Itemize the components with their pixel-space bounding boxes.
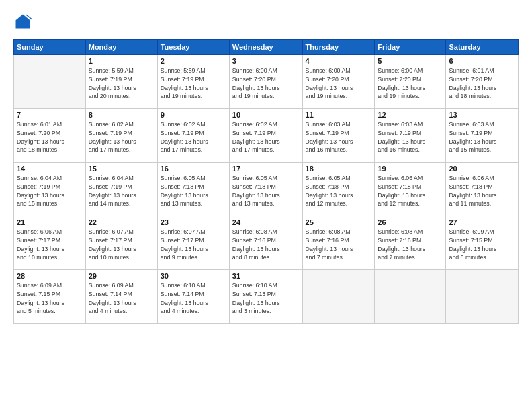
day-number: 19	[378, 165, 443, 173]
page: SundayMondayTuesdayWednesdayThursdayFrid…	[0, 0, 532, 411]
day-info: Sunrise: 6:09 AMSunset: 7:14 PMDaylight:…	[89, 281, 154, 316]
weekday-header: Saturday	[446, 40, 519, 55]
day-number: 4	[306, 57, 372, 65]
weekday-header: Tuesday	[157, 40, 229, 55]
day-number: 25	[306, 218, 372, 226]
day-info: Sunrise: 6:07 AMSunset: 7:17 PMDaylight:…	[161, 228, 226, 262]
calendar-cell	[14, 55, 86, 109]
calendar-cell: 30Sunrise: 6:10 AMSunset: 7:14 PMDayligh…	[157, 270, 229, 324]
day-info: Sunrise: 5:59 AMSunset: 7:19 PMDaylight:…	[89, 66, 154, 101]
day-info: Sunrise: 6:04 AMSunset: 7:19 PMDaylight:…	[17, 174, 83, 208]
day-number: 11	[306, 111, 372, 119]
calendar-cell	[375, 270, 446, 324]
day-info: Sunrise: 6:01 AMSunset: 7:20 PMDaylight:…	[17, 120, 83, 154]
day-number: 23	[161, 218, 226, 226]
day-info: Sunrise: 6:00 AMSunset: 7:20 PMDaylight:…	[378, 66, 443, 101]
calendar-cell: 14Sunrise: 6:04 AMSunset: 7:19 PMDayligh…	[14, 163, 86, 216]
day-info: Sunrise: 6:06 AMSunset: 7:18 PMDaylight:…	[378, 174, 443, 208]
calendar-week-row: 7Sunrise: 6:01 AMSunset: 7:20 PMDaylight…	[14, 109, 519, 163]
day-info: Sunrise: 6:03 AMSunset: 7:19 PMDaylight:…	[378, 120, 443, 154]
day-number: 27	[449, 218, 515, 226]
calendar-cell: 28Sunrise: 6:09 AMSunset: 7:15 PMDayligh…	[14, 270, 86, 324]
calendar-cell: 16Sunrise: 6:05 AMSunset: 7:18 PMDayligh…	[157, 163, 229, 216]
day-number: 31	[232, 272, 300, 280]
day-number: 24	[232, 218, 300, 226]
calendar-cell: 10Sunrise: 6:02 AMSunset: 7:19 PMDayligh…	[229, 109, 302, 163]
calendar-cell: 7Sunrise: 6:01 AMSunset: 7:20 PMDaylight…	[14, 109, 86, 163]
day-info: Sunrise: 6:06 AMSunset: 7:17 PMDaylight:…	[17, 228, 83, 262]
day-info: Sunrise: 6:05 AMSunset: 7:18 PMDaylight:…	[232, 174, 300, 208]
weekday-header: Wednesday	[229, 40, 302, 55]
day-info: Sunrise: 6:09 AMSunset: 7:15 PMDaylight:…	[449, 228, 515, 262]
day-info: Sunrise: 6:05 AMSunset: 7:18 PMDaylight:…	[161, 174, 226, 208]
day-info: Sunrise: 6:03 AMSunset: 7:19 PMDaylight:…	[306, 120, 372, 154]
day-info: Sunrise: 6:09 AMSunset: 7:15 PMDaylight:…	[17, 281, 83, 316]
header	[13, 12, 519, 31]
calendar-cell: 11Sunrise: 6:03 AMSunset: 7:19 PMDayligh…	[302, 109, 375, 163]
day-number: 2	[161, 57, 226, 65]
calendar-cell: 13Sunrise: 6:03 AMSunset: 7:19 PMDayligh…	[446, 109, 519, 163]
day-info: Sunrise: 5:59 AMSunset: 7:19 PMDaylight:…	[161, 66, 226, 101]
calendar-cell: 2Sunrise: 5:59 AMSunset: 7:19 PMDaylight…	[157, 55, 229, 109]
day-info: Sunrise: 6:02 AMSunset: 7:19 PMDaylight:…	[232, 120, 300, 154]
calendar-cell: 23Sunrise: 6:07 AMSunset: 7:17 PMDayligh…	[157, 216, 229, 270]
calendar-cell: 29Sunrise: 6:09 AMSunset: 7:14 PMDayligh…	[85, 270, 157, 324]
calendar-cell: 5Sunrise: 6:00 AMSunset: 7:20 PMDaylight…	[375, 55, 446, 109]
day-number: 8	[89, 111, 154, 119]
day-number: 6	[449, 57, 515, 65]
day-info: Sunrise: 6:07 AMSunset: 7:17 PMDaylight:…	[89, 228, 154, 262]
day-number: 9	[161, 111, 226, 119]
day-number: 22	[89, 218, 154, 226]
logo-icon	[13, 12, 32, 31]
calendar-cell: 12Sunrise: 6:03 AMSunset: 7:19 PMDayligh…	[375, 109, 446, 163]
day-number: 29	[89, 272, 154, 280]
calendar-cell: 15Sunrise: 6:04 AMSunset: 7:19 PMDayligh…	[85, 163, 157, 216]
day-info: Sunrise: 6:00 AMSunset: 7:20 PMDaylight:…	[232, 66, 300, 101]
calendar-cell	[446, 270, 519, 324]
day-number: 16	[161, 165, 226, 173]
day-number: 18	[306, 165, 372, 173]
day-number: 20	[449, 165, 515, 173]
day-number: 21	[17, 218, 83, 226]
day-number: 12	[378, 111, 443, 119]
calendar-header-row: SundayMondayTuesdayWednesdayThursdayFrid…	[14, 40, 519, 55]
calendar-cell: 1Sunrise: 5:59 AMSunset: 7:19 PMDaylight…	[85, 55, 157, 109]
day-info: Sunrise: 6:08 AMSunset: 7:16 PMDaylight:…	[378, 228, 443, 262]
day-info: Sunrise: 6:02 AMSunset: 7:19 PMDaylight:…	[161, 120, 226, 154]
calendar-week-row: 1Sunrise: 5:59 AMSunset: 7:19 PMDaylight…	[14, 55, 519, 109]
calendar-cell: 9Sunrise: 6:02 AMSunset: 7:19 PMDaylight…	[157, 109, 229, 163]
day-number: 3	[232, 57, 300, 65]
day-number: 15	[89, 165, 154, 173]
calendar-cell: 24Sunrise: 6:08 AMSunset: 7:16 PMDayligh…	[229, 216, 302, 270]
calendar-cell: 19Sunrise: 6:06 AMSunset: 7:18 PMDayligh…	[375, 163, 446, 216]
day-number: 30	[161, 272, 226, 280]
day-info: Sunrise: 6:03 AMSunset: 7:19 PMDaylight:…	[449, 120, 515, 154]
day-number: 26	[378, 218, 443, 226]
calendar-table: SundayMondayTuesdayWednesdayThursdayFrid…	[13, 39, 519, 324]
calendar-cell: 27Sunrise: 6:09 AMSunset: 7:15 PMDayligh…	[446, 216, 519, 270]
calendar-cell: 26Sunrise: 6:08 AMSunset: 7:16 PMDayligh…	[375, 216, 446, 270]
weekday-header: Thursday	[302, 40, 375, 55]
calendar-cell	[302, 270, 375, 324]
day-info: Sunrise: 6:06 AMSunset: 7:18 PMDaylight:…	[449, 174, 515, 208]
day-number: 17	[232, 165, 300, 173]
calendar-cell: 21Sunrise: 6:06 AMSunset: 7:17 PMDayligh…	[14, 216, 86, 270]
calendar-cell: 4Sunrise: 6:00 AMSunset: 7:20 PMDaylight…	[302, 55, 375, 109]
weekday-header: Friday	[375, 40, 446, 55]
calendar-cell: 6Sunrise: 6:01 AMSunset: 7:20 PMDaylight…	[446, 55, 519, 109]
day-info: Sunrise: 6:10 AMSunset: 7:13 PMDaylight:…	[232, 281, 300, 316]
logo	[13, 12, 35, 31]
calendar-week-row: 14Sunrise: 6:04 AMSunset: 7:19 PMDayligh…	[14, 163, 519, 216]
day-number: 1	[89, 57, 154, 65]
calendar-cell: 8Sunrise: 6:02 AMSunset: 7:19 PMDaylight…	[85, 109, 157, 163]
weekday-header: Monday	[85, 40, 157, 55]
calendar-cell: 31Sunrise: 6:10 AMSunset: 7:13 PMDayligh…	[229, 270, 302, 324]
calendar-week-row: 28Sunrise: 6:09 AMSunset: 7:15 PMDayligh…	[14, 270, 519, 324]
day-number: 13	[449, 111, 515, 119]
day-info: Sunrise: 6:00 AMSunset: 7:20 PMDaylight:…	[306, 66, 372, 101]
calendar-cell: 18Sunrise: 6:05 AMSunset: 7:18 PMDayligh…	[302, 163, 375, 216]
weekday-header: Sunday	[14, 40, 86, 55]
day-info: Sunrise: 6:01 AMSunset: 7:20 PMDaylight:…	[449, 66, 515, 101]
day-info: Sunrise: 6:05 AMSunset: 7:18 PMDaylight:…	[306, 174, 372, 208]
day-info: Sunrise: 6:02 AMSunset: 7:19 PMDaylight:…	[89, 120, 154, 154]
